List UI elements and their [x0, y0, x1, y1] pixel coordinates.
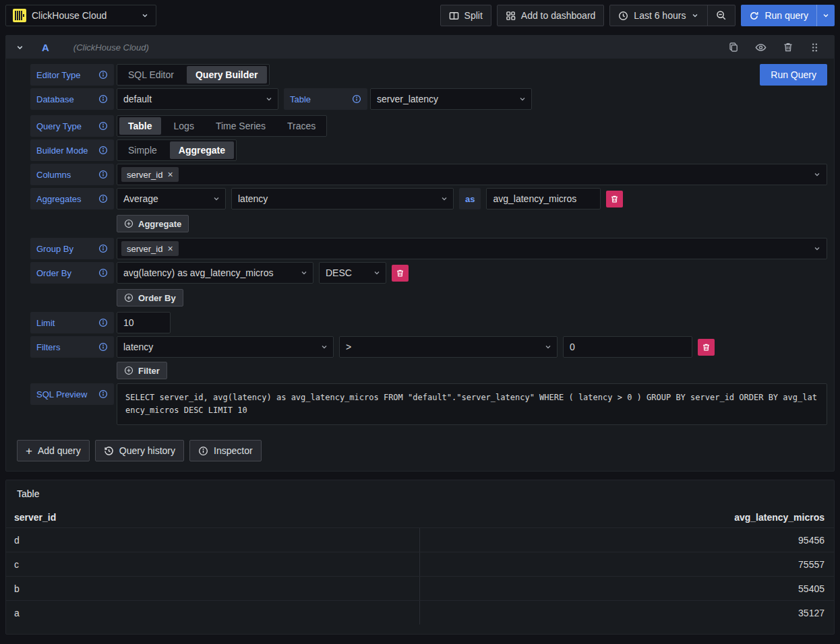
drag-handle[interactable]	[805, 42, 824, 53]
run-query-button[interactable]: Run query	[741, 5, 816, 26]
panel-title: Table	[6, 487, 834, 507]
builder-mode-row: Builder Mode Simple Aggregate	[30, 139, 827, 161]
info-icon[interactable]	[98, 389, 108, 399]
info-icon[interactable]	[98, 268, 108, 278]
filter-operator-value: >	[346, 342, 351, 352]
info-icon[interactable]	[98, 146, 108, 155]
table-select[interactable]: server_latency	[370, 88, 532, 110]
sql-preview-row: SQL Preview SELECT server_id, avg(latenc…	[30, 383, 827, 425]
split-label: Split	[464, 10, 483, 21]
inspector-button[interactable]: Inspector	[189, 440, 262, 461]
query-ref-id: A	[42, 42, 49, 53]
limit-input[interactable]	[117, 312, 171, 333]
cell-avg-latency: 75557	[420, 559, 834, 570]
builder-mode-label: Builder Mode	[30, 139, 114, 161]
remove-order-by-button[interactable]	[392, 265, 409, 282]
query-actions: + Add query Query history Inspector	[17, 440, 827, 461]
info-icon[interactable]	[352, 94, 361, 104]
database-row: Database default Table server_latency	[30, 88, 827, 110]
add-aggregate-label: Aggregate	[138, 219, 181, 229]
add-filter-label: Filter	[138, 366, 160, 376]
query-type-option-logs[interactable]: Logs	[165, 117, 203, 135]
info-icon[interactable]	[98, 121, 108, 131]
split-icon	[449, 11, 459, 21]
run-query-split-button: Run query	[741, 5, 835, 26]
run-query-options-button[interactable]	[816, 5, 835, 26]
table-row: a 35127	[6, 600, 834, 624]
duplicate-query-button[interactable]	[723, 42, 744, 53]
split-button[interactable]: Split	[440, 5, 491, 26]
history-icon	[104, 446, 114, 456]
datasource-picker[interactable]: ClickHouse Cloud	[5, 5, 156, 26]
cell-server-id: c	[6, 552, 420, 576]
limit-label: Limit	[30, 312, 114, 333]
info-icon[interactable]	[98, 244, 108, 253]
editor-type-toggle: SQL Editor Query Builder	[117, 64, 270, 86]
info-icon[interactable]	[98, 342, 108, 352]
query-type-label: Query Type	[30, 115, 114, 137]
aggregate-alias-input[interactable]	[486, 188, 601, 210]
chevron-down-icon	[691, 11, 699, 20]
filter-operator-select[interactable]: >	[339, 336, 558, 358]
editor-type-option-sql-editor[interactable]: SQL Editor	[119, 66, 183, 84]
chevron-down-icon	[373, 269, 381, 277]
editor-type-option-query-builder[interactable]: Query Builder	[187, 66, 267, 84]
time-range-button[interactable]: Last 6 hours	[610, 5, 707, 26]
toggle-visibility-button[interactable]	[750, 42, 771, 53]
add-query-button[interactable]: + Add query	[17, 440, 90, 461]
info-icon[interactable]	[98, 94, 108, 104]
query-type-option-time-series[interactable]: Time Series	[207, 117, 274, 135]
plus-circle-icon	[124, 366, 133, 375]
query-type-option-traces[interactable]: Traces	[278, 117, 324, 135]
remove-query-button[interactable]	[778, 42, 798, 53]
chevron-down-icon	[813, 170, 821, 179]
aggregate-function-select[interactable]: Average	[117, 188, 226, 210]
group-by-multiselect[interactable]: server_id ×	[117, 238, 827, 259]
add-to-dashboard-button[interactable]: Add to dashboard	[497, 5, 605, 26]
filter-field-value: latency	[123, 342, 153, 352]
remove-aggregate-button[interactable]	[606, 191, 623, 207]
editor-type-label: Editor Type	[30, 64, 114, 86]
aggregate-column-select[interactable]: latency	[231, 188, 454, 210]
info-icon[interactable]	[98, 318, 108, 327]
clock-icon	[618, 11, 628, 21]
query-history-button[interactable]: Query history	[95, 440, 184, 461]
info-icon[interactable]	[98, 194, 108, 203]
run-query-inline-button[interactable]: Run Query	[760, 64, 827, 86]
remove-filter-button[interactable]	[698, 339, 715, 356]
database-select[interactable]: default	[117, 88, 278, 110]
add-aggregate-button[interactable]: Aggregate	[117, 215, 189, 232]
editor-type-row: Editor Type SQL Editor Query Builder Run…	[30, 64, 827, 86]
add-order-by-button[interactable]: Order By	[117, 289, 183, 307]
zoom-out-time-button[interactable]	[707, 5, 735, 26]
column-header-server-id[interactable]: server_id	[6, 512, 420, 523]
drag-dots-icon	[810, 42, 820, 53]
columns-label: Columns	[30, 164, 114, 185]
builder-mode-option-aggregate[interactable]: Aggregate	[170, 141, 234, 159]
remove-icon[interactable]: ×	[167, 244, 173, 253]
filter-value-input[interactable]	[563, 336, 692, 358]
plus-icon: +	[26, 445, 32, 457]
database-label: Database	[30, 88, 114, 110]
aggregate-function-value: Average	[123, 193, 158, 204]
query-editor-panel: A (ClickHouse Cloud) Editor Type SQL Edi…	[5, 35, 835, 472]
order-by-field-select[interactable]: avg(latency) as avg_latency_micros	[117, 262, 313, 284]
filter-field-select[interactable]: latency	[117, 336, 334, 358]
chevron-down-icon	[212, 195, 220, 203]
remove-icon[interactable]: ×	[167, 170, 173, 179]
collapse-chevron-icon[interactable]	[16, 43, 24, 52]
trash-icon	[396, 269, 404, 278]
group-by-row: Group By server_id ×	[30, 238, 827, 259]
chevron-down-icon	[822, 11, 830, 20]
info-icon[interactable]	[98, 170, 108, 179]
columns-multiselect[interactable]: server_id ×	[117, 164, 827, 185]
column-header-avg-latency-micros[interactable]: avg_latency_micros	[420, 512, 834, 523]
cell-avg-latency: 55405	[420, 583, 834, 594]
info-icon[interactable]	[98, 70, 108, 79]
builder-mode-option-simple[interactable]: Simple	[119, 141, 166, 159]
order-by-direction-select[interactable]: DESC	[319, 262, 386, 284]
chevron-down-icon	[544, 343, 552, 351]
explore-toolbar: ClickHouse Cloud Split Add to dashboard …	[0, 0, 840, 27]
add-filter-button[interactable]: Filter	[117, 362, 167, 379]
query-type-option-table[interactable]: Table	[119, 117, 161, 135]
